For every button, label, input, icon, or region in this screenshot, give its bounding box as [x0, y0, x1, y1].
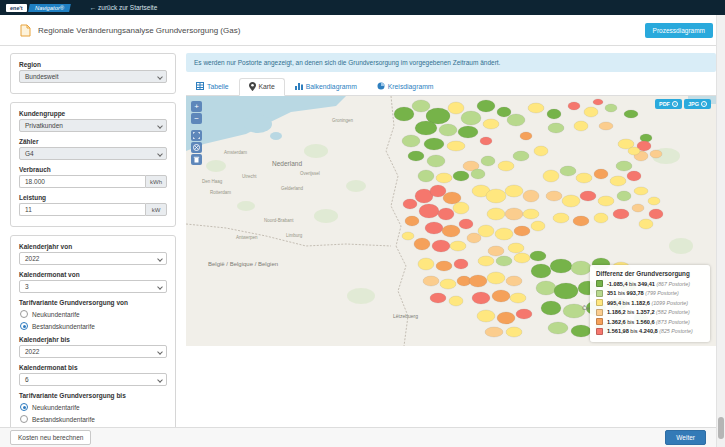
kalenderjahr-bis-select[interactable]: 2022: [19, 345, 167, 358]
tab-karte[interactable]: Karte: [239, 78, 285, 96]
recalculate-button[interactable]: Kosten neu berechnen: [10, 430, 91, 445]
legend-swatch: [596, 290, 603, 297]
svg-text:Den Haag: Den Haag: [202, 179, 223, 184]
kalenderjahr-von-select[interactable]: 2022: [19, 252, 167, 265]
table-icon: [196, 82, 204, 90]
leistung-label: Leistung: [19, 194, 167, 201]
clear-selection-button[interactable]: [191, 142, 202, 153]
svg-text:Amsterdam: Amsterdam: [224, 150, 247, 155]
info-alert: Es werden nur Postorte angezeigt, an den…: [186, 53, 716, 72]
verbrauch-input[interactable]: [19, 175, 145, 188]
circle-cross-icon: [193, 144, 200, 151]
radio-label: Neukundentarife: [32, 311, 80, 318]
document-icon: [20, 24, 31, 37]
zaehler-select[interactable]: G4: [19, 147, 167, 160]
chevron-down-icon: [157, 284, 163, 290]
kalenderjahr-von-label: Kalenderjahr von: [19, 243, 167, 250]
tarif-bis-option-bestandskunden[interactable]: Bestandskundentarife: [20, 415, 167, 423]
legend-swatch: [596, 318, 603, 325]
page-header: Regionale Veränderungsanalyse Grundverso…: [0, 15, 725, 46]
bar-chart-icon: [295, 82, 303, 90]
svg-text:Antwerpen: Antwerpen: [236, 235, 258, 240]
kalendermonat-von-select[interactable]: 3: [19, 280, 167, 293]
svg-text:Lëtzebuerg: Lëtzebuerg: [393, 313, 418, 319]
export-pdf-label: PDF: [659, 101, 670, 107]
verbrauch-label: Verbrauch: [19, 166, 167, 173]
main-content: Es werden nur Postorte angezeigt, an den…: [186, 53, 716, 346]
tab-label: Karte: [259, 83, 275, 90]
tab-balkendiagramm[interactable]: Balkendiagramm: [285, 78, 367, 95]
kalenderjahr-von-value: 2022: [25, 255, 39, 262]
region-select[interactable]: Bundesweit: [19, 70, 167, 83]
tarif-bis-label: Tarifvariante Grundversorgung bis: [19, 392, 167, 399]
tarif-bis-option-neukunden[interactable]: Neukundentarife: [20, 403, 167, 411]
vertical-scrollbar[interactable]: [716, 15, 725, 447]
svg-text:Noord-Brabant: Noord-Brabant: [264, 218, 294, 223]
export-jpg-button[interactable]: JPG ↓: [684, 99, 711, 109]
map-pin-icon: [249, 82, 256, 91]
tarif-von-option-bestandskunden[interactable]: Bestandskundentarife: [20, 322, 167, 330]
map-legend: Differenz der Grundversorgung -1.085,4 b…: [590, 265, 710, 342]
legend-count: (582 Postorte): [655, 309, 690, 315]
legend-count: (873 Postorte): [655, 319, 690, 325]
radio-selected-icon: [20, 322, 28, 330]
zoom-in-button[interactable]: +: [191, 101, 202, 112]
kundengruppe-select[interactable]: Privatkunden: [19, 119, 167, 132]
chevron-down-icon: [157, 349, 163, 355]
tab-label: Tabelle: [207, 83, 229, 90]
kalendermonat-von-value: 3: [25, 283, 29, 290]
footer-bar: Kosten neu berechnen Weiter: [0, 427, 716, 447]
delete-button[interactable]: [191, 154, 202, 165]
svg-text:Rotterdam: Rotterdam: [210, 190, 231, 195]
tab-kreisdiagramm[interactable]: Kreisdiagramm: [367, 78, 444, 95]
svg-text:Limburg: Limburg: [286, 233, 303, 238]
legend-range: 995,4 bis 1.182,6 (1099 Postorte): [607, 300, 688, 306]
legend-count: (799 Postorte): [644, 290, 679, 296]
back-to-start-link[interactable]: ← zurück zur Startseite: [90, 4, 158, 11]
legend-range: 1.362,6 bis 1.560,6 (873 Postorte): [607, 319, 690, 325]
legend-range: 351 bis 993,78 (799 Postorte): [607, 290, 679, 296]
kundengruppe-value: Privatkunden: [25, 122, 63, 129]
tarif-von-option-neukunden[interactable]: Neukundentarife: [20, 310, 167, 318]
radio-icon: [20, 415, 28, 423]
legend-row: 1.362,6 bis 1.560,6 (873 Postorte): [596, 318, 704, 325]
next-button[interactable]: Weiter: [665, 430, 706, 445]
export-pdf-button[interactable]: PDF ↓: [655, 99, 682, 109]
legend-row: -1.085,4 bis 349,41 (867 Postorte): [596, 280, 704, 287]
legend-row: 1.561,98 bis 4.240,8 (825 Postorte): [596, 328, 704, 335]
fullscreen-button[interactable]: [191, 130, 202, 141]
kalenderjahr-bis-value: 2022: [25, 348, 39, 355]
legend-range: -1.085,4 bis 349,41 (867 Postorte): [607, 281, 690, 287]
radio-selected-icon: [20, 403, 28, 411]
legend-swatch: [596, 280, 603, 287]
tab-tabelle[interactable]: Tabelle: [186, 78, 239, 95]
kalendermonat-bis-value: 6: [25, 376, 29, 383]
kalendermonat-bis-select[interactable]: 6: [19, 373, 167, 386]
tarif-von-label: Tarifvariante Grundversorgung von: [19, 299, 167, 306]
legend-swatch: [596, 328, 603, 335]
download-icon: ↓: [672, 101, 678, 107]
kalendermonat-von-label: Kalendermonat von: [19, 271, 167, 278]
legend-count: (867 Postorte): [655, 281, 690, 287]
leistung-input[interactable]: [19, 203, 145, 216]
radio-label: Neukundentarife: [32, 404, 80, 411]
tab-bar: Tabelle Karte Balkendiagramm: [186, 79, 716, 96]
chevron-down-icon: [157, 256, 163, 262]
legend-rows: -1.085,4 bis 349,41 (867 Postorte)351 bi…: [596, 280, 704, 335]
chevron-down-icon: [157, 151, 163, 157]
pie-chart-icon: [377, 82, 385, 90]
radio-label: Bestandskundentarife: [32, 416, 95, 423]
legend-swatch: [596, 299, 603, 306]
legend-swatch: [596, 309, 603, 316]
period-panel: Kalenderjahr von 2022 Kalendermonat von …: [10, 235, 176, 434]
tab-label: Balkendiagramm: [306, 83, 357, 90]
map-canvas[interactable]: NederlandGroningenOverijsselGelderlandAm…: [186, 96, 716, 346]
consumption-panel: Kundengruppe Privatkunden Zähler G4 Verb…: [10, 102, 176, 227]
zoom-out-button[interactable]: −: [191, 113, 202, 124]
brand-logo: ene't: [6, 4, 27, 12]
process-diagram-button[interactable]: Prozessdiagramm: [645, 23, 713, 38]
product-badge: Navigator®: [28, 4, 71, 12]
map-export-buttons: PDF ↓ JPG ↓: [655, 99, 711, 109]
scrollbar-thumb[interactable]: [718, 417, 724, 439]
page-title: Regionale Veränderungsanalyse Grundverso…: [38, 26, 645, 35]
